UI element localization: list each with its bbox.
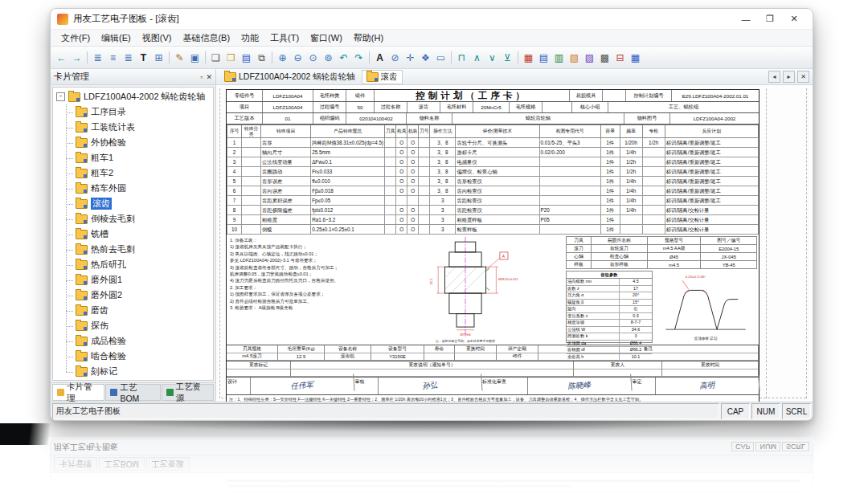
symbol-library-icon[interactable]: ❖ <box>418 50 433 65</box>
check-symbol-icon[interactable]: ⊻ <box>500 50 515 65</box>
sidebar-item[interactable]: 啮合检验 <box>53 349 213 364</box>
separator[interactable] <box>272 51 272 63</box>
sidebar-item[interactable]: 外协检验 <box>53 135 213 150</box>
tree-root[interactable]: - LDFZ100A04-2002 蜗轮齿轮轴 <box>53 89 213 104</box>
prev-tab-icon[interactable]: ◂ <box>768 71 780 83</box>
panel-pin-icon[interactable]: ▫ <box>200 73 203 81</box>
menu-item[interactable]: 视图(V) <box>137 32 178 44</box>
card-grid-icon[interactable]: ⊟ <box>612 50 628 65</box>
window-reflection: 卡片管理工艺BOM工艺资源 用友工艺电子图板 CAP NUM SCRL <box>50 439 813 498</box>
sidebar-item[interactable]: 工装统计表 <box>53 120 213 135</box>
card-icon <box>76 153 88 163</box>
zoom-in-icon[interactable]: ⊕ <box>275 50 290 65</box>
sidebar-item[interactable]: 铣槽 <box>53 227 213 242</box>
toolbar: ←→≣≡≣T⊞✎▣❏❒▤⧉⊕⊖⊙⊚↶↷A⊘✛❖▭⊓∧∨⊻▦▤▥▧▨▩⊟▦ <box>51 47 813 69</box>
card-icon <box>76 123 88 133</box>
gear-param-row: 螺旋角 β 15° <box>567 300 652 307</box>
collapse-icon[interactable]: - <box>56 92 65 101</box>
table-gray-icon[interactable]: ▩ <box>597 50 612 65</box>
table-row: 3 公法线变动量 ΔFw≤0.1 O O 3、8 <box>227 157 759 167</box>
header-value: LDFZ100A04 <box>263 102 313 112</box>
table-tool-icon[interactable]: ⊞ <box>151 50 166 65</box>
separator[interactable] <box>169 51 170 63</box>
menu-item[interactable]: 工具(T) <box>264 32 305 44</box>
sidebar-item[interactable]: 磨齿 <box>53 303 213 318</box>
separator[interactable] <box>369 51 370 63</box>
separator[interactable] <box>451 51 452 63</box>
zoom-window-icon[interactable]: ⊙ <box>305 50 321 65</box>
redo-icon[interactable]: ↷ <box>351 50 366 65</box>
menu-item[interactable]: 编辑(E) <box>96 32 137 44</box>
status-bar: 用友工艺电子图板 CAPNUMSCRL <box>51 402 813 420</box>
align-right-icon[interactable]: ≣ <box>121 50 136 65</box>
panel-close-icon[interactable]: ✕ <box>206 73 212 81</box>
sign-label: 设计 <box>227 378 251 394</box>
document-tab[interactable]: LDFZ100A04-2002 蜗轮齿轮轴 <box>219 70 360 84</box>
table-purple-icon[interactable]: ▨ <box>582 50 597 65</box>
menu-item[interactable]: 基础信息(B) <box>177 32 235 44</box>
panel-tab[interactable]: 工艺BOM <box>105 384 160 401</box>
text-tool-icon[interactable]: T <box>136 50 151 65</box>
sidebar-item[interactable]: 工序目录 <box>53 104 213 120</box>
close-tab-icon[interactable]: ✕ <box>797 71 809 83</box>
sidebar-item[interactable]: 刻标记 <box>53 364 213 379</box>
sheet-icon[interactable]: ▦ <box>628 50 643 65</box>
font-icon[interactable]: A <box>372 50 387 65</box>
chamfer-lines <box>682 280 707 293</box>
picture-icon[interactable]: ▣ <box>187 50 203 65</box>
sidebar-item[interactable]: 精车外圆 <box>53 181 213 196</box>
sidebar-item[interactable]: 成品检验 <box>53 333 213 349</box>
menu-item[interactable]: 帮助(H) <box>348 32 389 44</box>
sign-label: 审核 <box>354 378 379 394</box>
down-symbol-icon[interactable]: ∨ <box>485 50 500 65</box>
card-manager-panel: 卡片管理 ▫ ✕ - LDFZ100A04-2002 蜗轮齿轮轴 <box>51 69 216 402</box>
save-icon[interactable]: ▤ <box>239 50 254 65</box>
menu-item[interactable]: 窗口(W) <box>305 32 348 44</box>
weld-symbol-icon[interactable]: ⊓ <box>454 50 469 65</box>
inspection-marks <box>486 268 490 290</box>
table-orange-icon[interactable]: ▧ <box>567 50 582 65</box>
sidebar-item[interactable]: 粗车1 <box>53 150 213 165</box>
pencil-icon[interactable]: ✎ <box>172 50 187 65</box>
sidebar-item[interactable]: 热后研孔 <box>53 257 213 272</box>
sidebar-item-label: 粗车1 <box>91 152 113 164</box>
sidebar-item[interactable]: 滚齿 <box>53 196 213 211</box>
maximize-button[interactable]: ❐ <box>758 11 782 27</box>
crosshair-icon[interactable]: ✛ <box>403 50 418 65</box>
sidebar-item[interactable]: 热前去毛刺 <box>53 242 213 257</box>
sidebar-item[interactable]: 磨外圆1 <box>53 272 213 288</box>
panel-tab[interactable]: 卡片管理 <box>52 384 104 401</box>
zoom-out-icon[interactable]: ⊖ <box>290 50 305 65</box>
print-icon[interactable]: ⧉ <box>254 50 269 65</box>
sidebar-item[interactable]: 倒棱去毛刺 <box>53 211 213 227</box>
new-file-icon[interactable]: ❏ <box>208 50 223 65</box>
sidebar-item[interactable]: 磨外圆2 <box>53 288 213 303</box>
separator[interactable] <box>518 51 518 63</box>
table-red-icon[interactable]: ▦ <box>521 50 536 65</box>
sidebar-item[interactable]: 粗车2 <box>53 165 213 181</box>
forward-icon[interactable]: → <box>69 50 84 65</box>
undo-icon[interactable]: ↶ <box>336 50 351 65</box>
separator[interactable] <box>87 51 88 63</box>
align-middle-icon[interactable]: ≡ <box>105 50 121 65</box>
minimize-button[interactable]: — <box>734 11 758 27</box>
next-tab-icon[interactable]: ▸ <box>783 71 795 83</box>
up-symbol-icon[interactable]: ∧ <box>469 50 485 65</box>
document-tab[interactable]: 滚齿 <box>362 70 403 84</box>
separator[interactable] <box>205 51 206 63</box>
menu-item[interactable]: 文件(F) <box>55 32 96 44</box>
status-flag: NUM <box>751 403 780 419</box>
open-folder-icon[interactable]: ❒ <box>223 50 239 65</box>
table-green-icon[interactable]: ▥ <box>551 50 567 65</box>
align-left-icon[interactable]: ≣ <box>90 50 105 65</box>
equip-header: 备注 <box>538 345 759 353</box>
menu-item[interactable]: 功能 <box>235 32 264 44</box>
zoom-fit-icon[interactable]: ⊚ <box>321 50 336 65</box>
sidebar-item[interactable]: 探伤 <box>53 318 213 333</box>
table-blue-icon[interactable]: ▤ <box>536 50 551 65</box>
close-button[interactable]: ✕ <box>782 11 806 27</box>
back-icon[interactable]: ← <box>54 50 69 65</box>
no-symbol-icon[interactable]: ⊘ <box>387 50 403 65</box>
frame-icon[interactable]: ▭ <box>433 50 448 65</box>
panel-tab[interactable]: 工艺资源 <box>162 384 214 401</box>
